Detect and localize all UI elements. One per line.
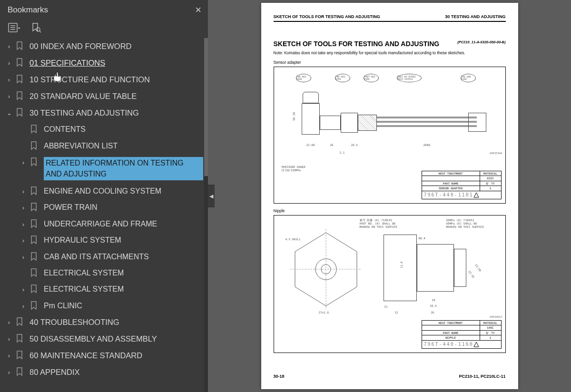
- chevron-right-icon[interactable]: ›: [19, 220, 28, 229]
- dim-label: 29.5: [351, 143, 358, 147]
- chevron-right-icon[interactable]: ›: [5, 352, 13, 360]
- bookmark-item[interactable]: ›POWER TRAIN: [0, 199, 203, 216]
- bookmark-item[interactable]: ›CONTENTS: [0, 121, 203, 137]
- bookmark-item[interactable]: ›HYDRAULIC SYSTEM: [0, 232, 203, 248]
- bookmark-icon: [16, 41, 25, 51]
- bookmark-item[interactable]: ›ELECTRICAL SYSTEM: [0, 281, 203, 297]
- bookmark-label: 10 STRUCTURE AND FUNCTION: [30, 74, 203, 85]
- drawing-number: 84P24815: [490, 315, 502, 318]
- dim-label: 26: [431, 311, 434, 314]
- doc-code: (PC210_11-A-5320-050-00-B): [457, 40, 505, 44]
- bookmark-item[interactable]: ›50 DISASSEMBLY AND ASSEMBLY: [0, 331, 203, 347]
- bookmark-item[interactable]: ›20 STANDARD VALUE TABLE: [0, 88, 203, 105]
- page-number: 30-18: [274, 374, 285, 379]
- chevron-right-icon[interactable]: ›: [5, 335, 13, 343]
- dim-label: 2000: [423, 143, 430, 147]
- chevron-right-icon[interactable]: ›: [5, 318, 13, 327]
- pdf-page: SKETCH OF TOOLS FOR TESTING AND ADJUSTIN…: [261, 3, 518, 389]
- bookmark-item[interactable]: ›00 INDEX AND FOREWORD: [0, 38, 203, 55]
- dim-label: 13.59: [474, 263, 482, 272]
- callout: 7861-93-07002 7013 313523: [397, 74, 422, 82]
- bookmark-options-button[interactable]: [8, 22, 21, 33]
- bookmark-item[interactable]: ›RELATED INFORMATION ON TESTING AND ADJU…: [0, 154, 203, 183]
- callout: 796-461 1340: [296, 74, 311, 82]
- callout: 796-461 1350: [335, 74, 350, 82]
- bookmark-item[interactable]: ›Pm CLINIC: [0, 298, 203, 314]
- bookmark-icon: [30, 301, 39, 311]
- bookmark-icon: [16, 317, 25, 327]
- bookmark-item[interactable]: ›01 SPECIFICATIONS: [0, 55, 203, 71]
- chevron-right-icon[interactable]: ›: [19, 253, 28, 262]
- bookmark-item[interactable]: ⌄30 TESTING AND ADJUSTING: [0, 105, 203, 121]
- drawing-number: 84P25304: [490, 152, 502, 155]
- page-footer: 30-18 PC210-11, PC210LC-11: [274, 374, 506, 379]
- bookmark-label: HYDRAULIC SYSTEM: [44, 235, 203, 245]
- scrollbar-track[interactable]: [204, 38, 208, 392]
- collapse-sidebar-handle[interactable]: ◀: [208, 185, 215, 207]
- bookmark-icon: [16, 91, 25, 101]
- bookmark-item[interactable]: ›ABBREVIATION LIST: [0, 138, 203, 154]
- sidebar-header: Bookmarks ×: [0, 0, 208, 20]
- callout: 796T-461 1160: [364, 74, 379, 82]
- chevron-right-icon[interactable]: ›: [5, 368, 13, 377]
- bookmark-icon: [16, 334, 25, 343]
- chevron-right-icon[interactable]: ›: [19, 285, 28, 294]
- bookmark-item[interactable]: ›UNDERCARRIAGE AND FRAME: [0, 216, 203, 232]
- chevron-right-icon[interactable]: ›: [19, 204, 28, 212]
- pressure-range: PRESSURE RANGE 圧力0/150MPa: [282, 165, 306, 172]
- bookmark-icon: [30, 235, 39, 245]
- dim-label: R0.4: [419, 236, 425, 240]
- bookmark-item[interactable]: ›CAB AND ITS ATTACHMENTS: [0, 249, 203, 265]
- chevron-right-icon[interactable]: ›: [5, 59, 13, 68]
- sidebar-toolbar: [0, 20, 208, 38]
- scrollbar-thumb[interactable]: [204, 38, 208, 176]
- bookmark-label: 40 TROUBLESHOOTING: [30, 317, 203, 328]
- bookmark-label: RELATED INFORMATION ON TESTING AND ADJUS…: [44, 157, 203, 180]
- bookmark-label: POWER TRAIN: [44, 202, 203, 213]
- dim-label: 4.5 DRILL: [286, 237, 301, 241]
- dim-label: 11.6: [399, 261, 403, 268]
- bookmark-label: ENGINE AND COOLING SYSTEM: [44, 186, 203, 196]
- bookmark-icon: [30, 186, 39, 196]
- bookmark-item[interactable]: ›ELECTRICAL SYSTEM: [0, 265, 203, 281]
- dim-label: 26: [330, 143, 334, 147]
- chevron-right-icon[interactable]: ›: [5, 92, 13, 101]
- bookmark-icon: [16, 75, 25, 84]
- bookmark-label: UNDERCARRIAGE AND FRAME: [44, 219, 203, 229]
- bookmark-icon: [30, 284, 39, 294]
- dim-label: 22.00: [306, 143, 315, 147]
- document-viewer[interactable]: SKETCH OF TOOLS FOR TESTING AND ADJUSTIN…: [208, 0, 571, 392]
- dim-label: 56.30: [292, 112, 295, 120]
- bookmark-label: 20 STANDARD VALUE TABLE: [30, 91, 203, 102]
- bookmarks-list[interactable]: ›00 INDEX AND FOREWORD›01 SPECIFICATIONS…: [0, 38, 208, 392]
- bookmark-item[interactable]: ›10 STRUCTURE AND FUNCTION: [0, 71, 203, 88]
- bookmark-item[interactable]: ›40 TROUBLESHOOTING: [0, 314, 203, 331]
- dim-label: C1: [384, 305, 388, 308]
- bookmark-icon: [30, 203, 39, 212]
- bookmark-item[interactable]: ›60 MAINTENANCE STANDARD: [0, 347, 203, 364]
- find-bookmark-button[interactable]: [30, 22, 43, 33]
- bookmark-item[interactable]: ›80 APPENDIX: [0, 364, 203, 381]
- bookmark-label: ABBREVIATION LIST: [44, 141, 203, 151]
- dim-label: 2.1: [340, 151, 345, 154]
- bookmark-label: 80 APPENDIX: [30, 367, 203, 378]
- chevron-right-icon[interactable]: ›: [19, 187, 28, 196]
- dim-label: 19: [432, 298, 435, 302]
- chevron-down-icon[interactable]: ⌄: [5, 109, 13, 118]
- chevron-right-icon[interactable]: ›: [5, 76, 13, 84]
- chevron-right-icon[interactable]: ›: [19, 158, 28, 167]
- bookmark-item[interactable]: ›ENGINE AND COOLING SYSTEM: [0, 183, 203, 199]
- bookmark-label: 50 DISASSEMBLY AND ASSEMBLY: [30, 333, 203, 344]
- chevron-right-icon[interactable]: ›: [19, 236, 28, 245]
- bookmark-icon: [30, 157, 39, 167]
- chevron-right-icon[interactable]: ›: [19, 302, 28, 311]
- bookmark-label: ELECTRICAL SYSTEM: [44, 284, 203, 294]
- model-number: PC210-11, PC210LC-11: [459, 374, 505, 379]
- bookmark-icon: [30, 252, 39, 262]
- chevron-right-icon[interactable]: ›: [5, 42, 13, 51]
- svg-point-4: [36, 28, 40, 31]
- dim-label: 12.55: [467, 270, 475, 279]
- bookmark-label: 30 TESTING AND ADJUSTING: [30, 108, 203, 118]
- close-icon[interactable]: ×: [195, 4, 201, 16]
- bookmark-icon: [16, 367, 25, 377]
